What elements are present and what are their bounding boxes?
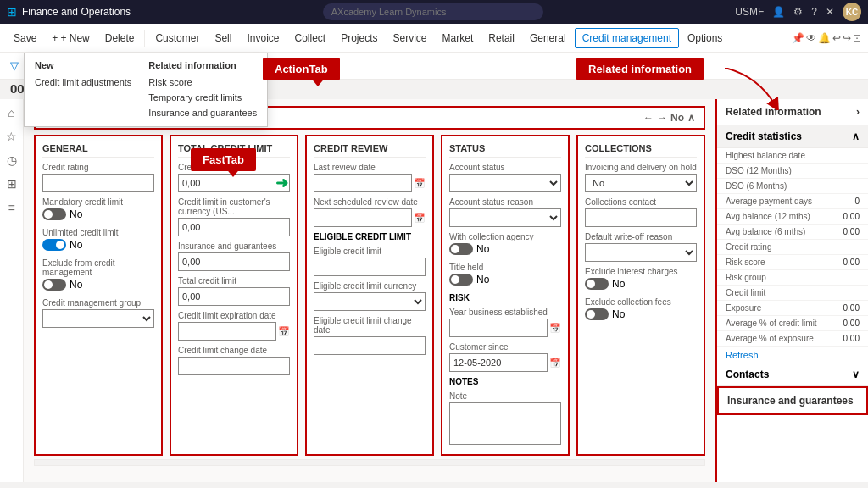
title-bar: ⊞ Finance and Operations USMF 👤 ⚙ ? ✕ KC bbox=[0, 0, 868, 24]
undo-icon[interactable]: ↩ bbox=[832, 32, 841, 44]
unlimited-toggle[interactable]: No bbox=[42, 239, 82, 251]
note-textarea[interactable] bbox=[449, 402, 561, 445]
exclude-fees-label: Exclude collection fees bbox=[585, 297, 697, 307]
credit-rating-input[interactable] bbox=[42, 174, 154, 192]
left-nav: ⌂ ☆ ◷ ⊞ ≡ bbox=[0, 99, 24, 482]
horizontal-scrollbar[interactable] bbox=[34, 459, 705, 466]
calendar-icon-yb[interactable]: 📅 bbox=[549, 323, 561, 334]
dropdown-risk-score[interactable]: Risk score bbox=[148, 75, 257, 89]
eye-icon[interactable]: 👁 bbox=[806, 32, 816, 44]
collections-contact-input[interactable] bbox=[585, 208, 697, 227]
next-review-input[interactable] bbox=[314, 208, 412, 227]
avg-pct-exposure-row: Average % of exposure 0,00 bbox=[717, 331, 868, 347]
close-icon[interactable]: ✕ bbox=[826, 6, 834, 18]
actiontab-annotation: ActionTab bbox=[263, 58, 340, 80]
home-icon[interactable]: ⌂ bbox=[8, 106, 14, 119]
dso-12-row: DSO (12 Months) bbox=[717, 164, 868, 179]
calendar-icon-exp[interactable]: 📅 bbox=[278, 326, 290, 337]
account-status-select[interactable] bbox=[449, 174, 561, 192]
settings-icon[interactable]: ⚙ bbox=[793, 6, 803, 18]
save-button[interactable]: Save bbox=[7, 29, 43, 47]
credit-stats-header[interactable]: Credit statistics ∧ bbox=[717, 125, 868, 148]
contacts-section[interactable]: Contacts ∨ bbox=[717, 363, 868, 386]
mandatory-toggle[interactable]: No bbox=[42, 208, 82, 220]
collapse-icon[interactable]: ∧ bbox=[687, 112, 695, 124]
credit-management-button[interactable]: Credit management bbox=[575, 28, 679, 48]
new-button[interactable]: + + New bbox=[45, 29, 96, 47]
app-title: Finance and Operations bbox=[22, 6, 131, 18]
scroll-left[interactable]: ← bbox=[643, 112, 654, 124]
general-group: GENERAL Credit rating Mandatory credit l… bbox=[34, 135, 163, 456]
sell-button[interactable]: Sell bbox=[208, 29, 238, 47]
avatar[interactable]: KC bbox=[843, 3, 861, 21]
eligible-input[interactable] bbox=[314, 258, 426, 276]
credit-group-select[interactable] bbox=[42, 309, 154, 328]
dropdown-related-col: Related information Risk score Temporary… bbox=[148, 60, 257, 119]
insurance-input[interactable] bbox=[178, 252, 290, 271]
expiration-input[interactable] bbox=[178, 322, 276, 341]
help-icon[interactable]: ? bbox=[811, 6, 817, 18]
refresh-button[interactable]: Refresh bbox=[717, 347, 868, 363]
options-button[interactable]: Options bbox=[681, 29, 729, 47]
retail-button[interactable]: Retail bbox=[481, 29, 521, 47]
delete-button[interactable]: Delete bbox=[98, 29, 142, 47]
redo-icon[interactable]: ↪ bbox=[843, 32, 851, 44]
collections-contact-label: Collections contact bbox=[585, 197, 697, 207]
writeoff-select[interactable] bbox=[585, 243, 697, 262]
highest-balance-row: Highest balance date bbox=[717, 148, 868, 164]
total-credit-input[interactable] bbox=[178, 287, 290, 306]
customer-since-label: Customer since bbox=[449, 342, 561, 352]
search-area[interactable] bbox=[131, 3, 735, 20]
recent-icon[interactable]: ◷ bbox=[7, 153, 17, 167]
title-toggle[interactable]: No bbox=[449, 274, 489, 286]
credit-group-label: Credit management group bbox=[42, 298, 154, 308]
customer-since-input[interactable] bbox=[449, 353, 548, 372]
scroll-controls: ← → No ∧ bbox=[643, 112, 695, 124]
dropdown-credit-limit[interactable]: Credit limit adjustments bbox=[35, 75, 131, 89]
fees-toggle[interactable]: No bbox=[585, 308, 625, 320]
scroll-right[interactable]: → bbox=[657, 112, 667, 124]
collections-title: COLLECTIONS bbox=[585, 143, 697, 158]
dropdown-temp-credit[interactable]: Temporary credit limits bbox=[148, 91, 257, 104]
eligible-currency-select[interactable] bbox=[314, 292, 426, 311]
eligible-change-label: Eligible credit limit change date bbox=[314, 316, 426, 335]
invoice-button[interactable]: Invoice bbox=[240, 29, 286, 47]
collect-button[interactable]: Collect bbox=[287, 29, 332, 47]
calendar-icon-lr[interactable]: 📅 bbox=[414, 178, 426, 189]
collection-toggle[interactable]: No bbox=[449, 243, 489, 255]
title-held-label: Title held bbox=[449, 263, 561, 272]
credit-limit-currency-input[interactable] bbox=[178, 218, 290, 236]
projects-button[interactable]: Projects bbox=[334, 29, 384, 47]
eligible-change-input[interactable] bbox=[314, 336, 426, 355]
calendar-icon-nr[interactable]: 📅 bbox=[414, 213, 426, 224]
risk-header: RISK bbox=[449, 293, 561, 302]
status-title: STATUS bbox=[449, 143, 561, 158]
workspace-icon[interactable]: ⊞ bbox=[7, 177, 17, 191]
bell-icon[interactable]: 🔔 bbox=[818, 32, 831, 44]
interest-toggle[interactable]: No bbox=[585, 278, 625, 290]
insurance-section[interactable]: Insurance and guarantees bbox=[717, 386, 868, 415]
status-reason-select[interactable] bbox=[449, 208, 561, 227]
maximize-icon[interactable]: ⊡ bbox=[853, 32, 861, 44]
invoicing-hold-select[interactable]: No bbox=[585, 174, 697, 192]
search-input[interactable] bbox=[323, 3, 543, 20]
star-icon[interactable]: ☆ bbox=[6, 130, 17, 143]
avg-balance-12-row: Avg balance (12 mths) 0,00 bbox=[717, 209, 868, 225]
calendar-icon-cs[interactable]: 📅 bbox=[549, 358, 561, 369]
service-button[interactable]: Service bbox=[387, 29, 434, 47]
general-button[interactable]: General bbox=[523, 29, 573, 47]
panel-chevron[interactable]: › bbox=[856, 106, 860, 118]
market-button[interactable]: Market bbox=[436, 29, 481, 47]
menu-icon[interactable]: ≡ bbox=[8, 201, 14, 214]
change-date-input[interactable] bbox=[178, 357, 290, 375]
year-biz-input[interactable] bbox=[449, 319, 548, 337]
year-biz-label: Year business established bbox=[449, 308, 561, 317]
customer-button[interactable]: Customer bbox=[148, 29, 206, 47]
filter-icon[interactable]: ▽ bbox=[10, 59, 19, 72]
exclude-toggle[interactable]: No bbox=[42, 279, 82, 291]
last-review-input[interactable] bbox=[314, 174, 412, 192]
pin-icon[interactable]: 📌 bbox=[792, 32, 804, 44]
eligible-currency-label: Eligible credit limit currency bbox=[314, 281, 426, 291]
avg-payment-row: Average payment days 0 bbox=[717, 194, 868, 209]
dropdown-insurance[interactable]: Insurance and guarantees bbox=[148, 106, 257, 119]
